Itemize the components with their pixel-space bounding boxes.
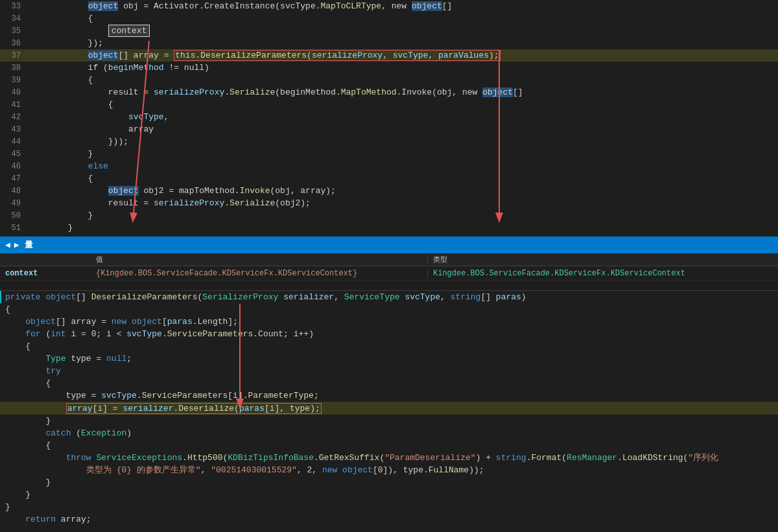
bottom-line-catch-close: } bbox=[0, 476, 778, 489]
code-content: }); bbox=[27, 37, 103, 49]
code-content: object obj2 = mapToMethod.Invoke(obj, ar… bbox=[27, 185, 336, 197]
line-number: 43 bbox=[0, 125, 27, 134]
code-content: Type type = null; bbox=[0, 353, 132, 365]
code-content: array[i] = serializer.Deserialize(paras[… bbox=[0, 402, 322, 415]
code-content: object obj = Activator.CreateInstance(sv… bbox=[27, 0, 452, 12]
bottom-line-type: Type type = null; bbox=[0, 353, 778, 365]
code-content: { bbox=[0, 439, 51, 452]
line-number: 47 bbox=[0, 174, 27, 183]
bottom-line-catch: catch (Exception) bbox=[0, 427, 778, 439]
code-content: try bbox=[0, 365, 61, 377]
watch-var-type: Kingdee.BOS.ServiceFacade.KDServiceFx.KD… bbox=[428, 269, 778, 278]
code-content: for (int i = 0; i < svcType.ServiceParam… bbox=[0, 328, 314, 340]
code-content: { bbox=[0, 303, 10, 316]
bottom-line-paramtype: type = svcType.ServiceParameters[i].Para… bbox=[0, 389, 778, 402]
code-line-37: 37 object[] array = this.DeserializePara… bbox=[0, 49, 778, 62]
watch-var-value: {Kingdee.BOS.ServiceFacade.KDServiceFx.K… bbox=[91, 269, 428, 278]
code-line-33: 33 object obj = Activator.CreateInstance… bbox=[0, 0, 778, 12]
code-line-47: 47 { bbox=[0, 172, 778, 185]
watch-var-name: context bbox=[0, 269, 91, 278]
line-number: 42 bbox=[0, 113, 27, 122]
bottom-line-array: object[] array = new object[paras.Length… bbox=[0, 316, 778, 328]
line-number: 37 bbox=[0, 51, 27, 60]
watch-header-row: 值 类型 bbox=[0, 253, 778, 266]
code-content: context bbox=[27, 25, 150, 37]
line-number: 46 bbox=[0, 162, 27, 171]
bottom-line-for-close: } bbox=[0, 489, 778, 501]
line-number: 49 bbox=[0, 199, 27, 208]
code-content: } bbox=[27, 222, 73, 234]
code-line-35: 35 context bbox=[0, 25, 778, 37]
code-content: svcType, bbox=[27, 111, 169, 123]
code-content: { bbox=[27, 12, 93, 25]
code-content: 类型为 {0} 的参数产生异常", "002514030015529", 2, … bbox=[0, 464, 484, 476]
bottom-line-try: try bbox=[0, 365, 778, 377]
code-content: type = svcType.ServiceParameters[i].Para… bbox=[0, 389, 319, 402]
code-line-36: 36 }); bbox=[0, 37, 778, 49]
app-container: 33 object obj = Activator.CreateInstance… bbox=[0, 0, 778, 532]
code-content: } bbox=[27, 209, 93, 222]
code-editor-top: 33 object obj = Activator.CreateInstance… bbox=[0, 0, 778, 237]
debug-bar: ◀ ▶ 量 bbox=[0, 237, 778, 253]
code-content: })); bbox=[27, 135, 128, 148]
watch-col-type-header: 类型 bbox=[428, 255, 778, 264]
code-line-49: 49 result = serializeProxy.Serialize(obj… bbox=[0, 197, 778, 209]
code-content: { bbox=[27, 98, 113, 111]
code-line-50: 50 } bbox=[0, 209, 778, 222]
code-line-51: 51 } bbox=[0, 222, 778, 234]
bottom-line-method-close: } bbox=[0, 501, 778, 513]
code-line-38: 38 if (beginMethod != null) bbox=[0, 62, 778, 74]
code-content: } bbox=[27, 148, 93, 160]
bottom-line-for-open: { bbox=[0, 340, 778, 353]
code-content: if (beginMethod != null) bbox=[27, 62, 209, 74]
code-content: } bbox=[0, 501, 10, 513]
bottom-line-try-close: } bbox=[0, 415, 778, 427]
watch-col-value-header: 值 bbox=[91, 255, 428, 264]
line-number: 34 bbox=[0, 14, 27, 23]
code-content: } bbox=[0, 476, 51, 489]
bottom-line-try-open: { bbox=[0, 377, 778, 389]
bottom-line-sig: private object[] DeserializeParameters(S… bbox=[0, 291, 778, 303]
line-number: 48 bbox=[0, 187, 27, 196]
line-number: 45 bbox=[0, 150, 27, 159]
bottom-line-throw1: throw ServiceExceptions.Http500(KDBizTip… bbox=[0, 452, 778, 464]
line-number: 40 bbox=[0, 88, 27, 97]
bottom-line-open: { bbox=[0, 303, 778, 316]
bottom-line-return: return array; bbox=[0, 513, 778, 526]
code-content: } bbox=[0, 489, 30, 501]
code-line-41: 41 { bbox=[0, 98, 778, 111]
code-content: { bbox=[0, 377, 51, 389]
code-content: { bbox=[27, 74, 93, 86]
line-number: 36 bbox=[0, 39, 27, 48]
line-number: 41 bbox=[0, 100, 27, 110]
bottom-line-for: for (int i = 0; i < svcType.ServiceParam… bbox=[0, 328, 778, 340]
watch-label: 量 bbox=[25, 239, 33, 251]
code-content: private object[] DeserializeParameters(S… bbox=[1, 291, 526, 303]
code-content: return array; bbox=[0, 513, 91, 526]
code-line-48: 48 object obj2 = mapToMethod.Invoke(obj,… bbox=[0, 185, 778, 197]
code-content: result = serializeProxy.Serialize(beginM… bbox=[27, 86, 523, 98]
code-content: else bbox=[27, 160, 108, 172]
code-content: catch (Exception) bbox=[0, 427, 132, 439]
code-line-39: 39 { bbox=[0, 74, 778, 86]
code-editor-bottom: private object[] DeserializeParameters(S… bbox=[0, 291, 778, 532]
code-content: } bbox=[0, 415, 51, 427]
code-line-43: 43 array bbox=[0, 123, 778, 135]
code-content: object[] array = new object[paras.Length… bbox=[0, 316, 238, 328]
bottom-line-throw2: 类型为 {0} 的参数产生异常", "002514030015529", 2, … bbox=[0, 464, 778, 476]
line-number: 51 bbox=[0, 224, 27, 233]
code-content: object[] array = this.DeserializeParamet… bbox=[27, 49, 501, 62]
watch-panel: 值 类型 context {Kingdee.BOS.ServiceFacade.… bbox=[0, 253, 778, 291]
code-line-42: 42 svcType, bbox=[0, 111, 778, 123]
code-line-46: 46 else bbox=[0, 160, 778, 172]
bottom-line-catch-open: { bbox=[0, 439, 778, 452]
code-content: array bbox=[27, 123, 154, 135]
scroll-right-icon[interactable]: ▶ bbox=[14, 240, 19, 250]
code-line-45: 45 } bbox=[0, 148, 778, 160]
code-content: result = serializeProxy.Serialize(obj2); bbox=[27, 197, 311, 209]
line-number: 35 bbox=[0, 27, 27, 36]
scroll-left-icon[interactable]: ◀ bbox=[5, 240, 10, 250]
line-number: 33 bbox=[0, 2, 27, 11]
line-number: 38 bbox=[0, 64, 27, 73]
code-line-34: 34 { bbox=[0, 12, 778, 25]
